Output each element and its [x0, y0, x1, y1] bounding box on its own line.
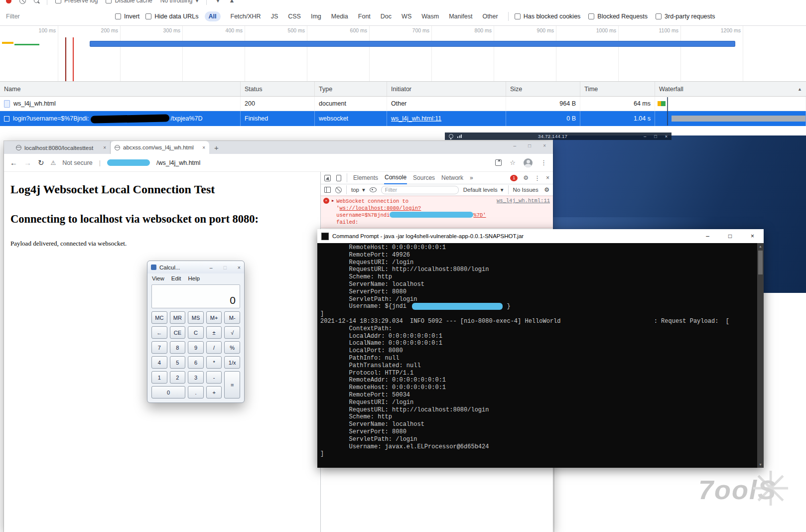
calculator-key[interactable]: 5: [170, 356, 186, 369]
calculator-key[interactable]: 9: [188, 341, 204, 354]
console-settings-icon[interactable]: ⚙: [544, 186, 549, 193]
tab-network[interactable]: Network: [441, 172, 464, 184]
calculator-key[interactable]: M+: [206, 311, 222, 324]
column-header-time[interactable]: Time: [580, 82, 655, 96]
filter-option-checkbox[interactable]: 3rd-party requests: [656, 13, 715, 20]
calculator-menu-item[interactable]: Edit: [171, 275, 181, 281]
filter-pill[interactable]: Wasm: [417, 11, 443, 21]
calculator-key[interactable]: +: [206, 386, 222, 399]
calculator-key[interactable]: 4: [151, 356, 167, 369]
not-secure-warning-icon[interactable]: ⚠: [51, 159, 56, 166]
new-tab-button[interactable]: +: [214, 144, 219, 151]
filter-pill[interactable]: Other: [478, 11, 502, 21]
calculator-key[interactable]: -: [206, 371, 222, 384]
back-button[interactable]: ←: [10, 158, 17, 167]
browser-tab-abcxss[interactable]: abcxss.com/ws_l4j_wh.html ×: [111, 141, 209, 154]
calculator-key[interactable]: MC: [151, 311, 167, 324]
tab-elements[interactable]: Elements: [353, 172, 379, 184]
reload-button[interactable]: ↻: [38, 158, 44, 167]
calculator-key[interactable]: √: [224, 326, 240, 339]
inspect-element-icon[interactable]: [324, 175, 331, 181]
filter-pill[interactable]: JS: [267, 11, 282, 21]
calculator-key[interactable]: MS: [188, 311, 204, 324]
error-count-badge[interactable]: 1: [510, 175, 518, 181]
column-header-initiator[interactable]: Initiator: [387, 82, 506, 96]
calculator-key[interactable]: .: [188, 386, 204, 399]
tab-console[interactable]: Console: [384, 172, 407, 184]
calculator-close-button[interactable]: ×: [238, 265, 241, 270]
calculator-key[interactable]: %: [224, 341, 240, 354]
browser-minimize-button[interactable]: –: [514, 143, 517, 148]
filter-option-checkbox[interactable]: Invert: [115, 13, 139, 20]
browser-menu-icon[interactable]: ⋮: [540, 159, 547, 166]
timeline-websocket-duration-bar[interactable]: [90, 41, 735, 47]
cmd-minimize-button[interactable]: –: [696, 229, 719, 243]
forward-button[interactable]: →: [24, 158, 31, 167]
filter-option-checkbox[interactable]: Has blocked cookies: [515, 13, 581, 20]
sort-asc-icon[interactable]: ▲: [798, 87, 802, 92]
filter-pill[interactable]: Media: [327, 11, 352, 21]
bookmark-star-icon[interactable]: ☆: [510, 159, 516, 166]
console-sidebar-icon[interactable]: [324, 187, 331, 193]
network-row-document[interactable]: ws_l4j_wh.html 200 document Other 964 B …: [0, 97, 806, 111]
browser-tab-localhost[interactable]: localhost:8080/localtesttest ×: [12, 141, 111, 154]
export-har-icon[interactable]: ▲: [229, 0, 235, 4]
preserve-log-checkbox[interactable]: Preserve log: [55, 0, 98, 4]
checkbox-icon[interactable]: [145, 13, 151, 19]
calculator-key[interactable]: 1: [151, 371, 167, 384]
import-har-icon[interactable]: ▼: [215, 0, 221, 4]
clear-icon[interactable]: [19, 0, 26, 4]
tab-sources[interactable]: Sources: [412, 172, 435, 184]
filter-option-checkbox[interactable]: Hide data URLs: [145, 13, 198, 20]
calculator-key[interactable]: 0: [151, 386, 185, 399]
rdp-restore-button[interactable]: □: [654, 134, 657, 139]
checkbox-icon[interactable]: [588, 13, 594, 19]
calculator-menu-item[interactable]: View: [152, 275, 164, 281]
calculator-key[interactable]: 2: [170, 371, 186, 384]
scrollbar-up-icon[interactable]: ▲: [757, 243, 764, 250]
calculator-key[interactable]: 6: [188, 356, 204, 369]
devtools-settings-icon[interactable]: ⚙: [523, 174, 529, 181]
search-icon[interactable]: [34, 0, 39, 3]
filter-pill[interactable]: Font: [354, 11, 375, 21]
calculator-key[interactable]: ±: [206, 326, 222, 339]
cmd-output[interactable]: RemoteHost: 0:0:0:0:0:0:0:1 RemotePort: …: [317, 243, 757, 468]
column-header-waterfall[interactable]: Waterfall ▲: [655, 82, 806, 96]
address-path[interactable]: /ws_l4j_wh.html: [156, 159, 200, 166]
network-row-websocket[interactable]: login?username=$%7Bjndi: /txpjea%7D Fini…: [0, 111, 806, 126]
log-levels-dropdown[interactable]: Default levels ▾: [463, 186, 504, 193]
column-header-status[interactable]: Status: [241, 82, 315, 96]
scrollbar-down-icon[interactable]: ▼: [757, 461, 764, 468]
device-toolbar-icon[interactable]: [336, 175, 341, 181]
calculator-key[interactable]: *: [206, 356, 222, 369]
calculator-minimize-button[interactable]: –: [210, 265, 213, 270]
scrollbar-thumb[interactable]: [758, 251, 763, 274]
issues-indicator[interactable]: No Issues: [513, 187, 538, 193]
record-icon[interactable]: [6, 0, 11, 3]
network-filter-input[interactable]: [5, 12, 109, 20]
filter-pill[interactable]: CSS: [284, 11, 305, 21]
browser-close-button[interactable]: ×: [543, 143, 546, 148]
profile-avatar[interactable]: [524, 158, 533, 167]
browser-restore-button[interactable]: □: [528, 143, 531, 148]
checkbox-icon[interactable]: [106, 0, 112, 3]
calculator-menu-item[interactable]: Help: [188, 275, 200, 281]
calculator-key[interactable]: 3: [188, 371, 204, 384]
cmd-close-button[interactable]: ×: [741, 229, 764, 243]
disable-cache-checkbox[interactable]: Disable cache: [106, 0, 152, 4]
throttling-dropdown[interactable]: No throttling ▾: [160, 0, 199, 4]
calculator-key[interactable]: =: [224, 371, 240, 399]
error-source-link[interactable]: ws_l4j_wh.html:11: [497, 198, 550, 204]
calculator-key[interactable]: M-: [224, 311, 240, 324]
checkbox-icon[interactable]: [55, 0, 61, 3]
expand-arrow-icon[interactable]: ▶: [332, 199, 334, 203]
filter-pill[interactable]: Img: [307, 11, 325, 21]
devtools-close-icon[interactable]: ×: [546, 174, 549, 181]
filter-pill[interactable]: Fetch/XHR: [227, 11, 265, 21]
initiator-link[interactable]: ws_l4j_wh.html:11: [391, 115, 441, 122]
console-clear-icon[interactable]: [335, 187, 342, 193]
calculator-key[interactable]: 1/x: [224, 356, 240, 369]
column-header-size[interactable]: Size: [506, 82, 580, 96]
calculator-key[interactable]: MR: [170, 311, 186, 324]
calculator-key[interactable]: 7: [151, 341, 167, 354]
